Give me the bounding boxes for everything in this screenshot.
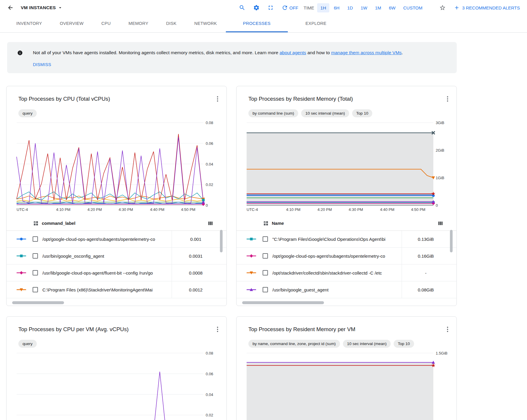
table-row[interactable]: /usr/bin/google_guest_agent 0.08GiB <box>237 281 456 298</box>
table-row[interactable]: C:\Program Files (x86)\Stackdriver\Monit… <box>7 281 226 298</box>
fullscreen-icon[interactable] <box>267 4 274 11</box>
y-axis-labels: 1.5GiB <box>433 351 456 420</box>
table-header-row: Name <box>237 216 456 231</box>
series-marker-icon <box>17 237 26 241</box>
table-row[interactable]: /opt/google-cloud-ops-agent/subagents/op… <box>7 231 226 248</box>
more-options-icon[interactable] <box>445 95 451 104</box>
process-value: 0.0008 <box>172 264 220 281</box>
row-checkbox[interactable] <box>33 253 38 259</box>
filter-chip[interactable]: 10 sec interval (mean) <box>301 109 349 117</box>
chip-row: by name, command line, zone, project id … <box>248 340 456 348</box>
info-icon <box>17 50 23 67</box>
memory-total-line-chart[interactable] <box>247 120 433 205</box>
select-columns-icon[interactable] <box>33 221 38 226</box>
auto-refresh-off-label[interactable]: OFF <box>289 5 298 10</box>
series-marker-icon <box>247 237 256 241</box>
row-checkbox[interactable] <box>263 253 268 259</box>
filter-chip[interactable]: Top 10 <box>394 340 414 348</box>
row-checkbox[interactable] <box>263 270 268 275</box>
more-options-icon[interactable] <box>215 326 221 334</box>
chevron-down-icon <box>58 5 63 10</box>
banner-text-middle: and how to <box>307 50 330 55</box>
tab[interactable]: INVENTORY <box>7 15 51 32</box>
filter-chip[interactable]: query <box>18 340 37 348</box>
settings-gear-icon[interactable] <box>253 4 260 11</box>
tab[interactable]: PROCESSES <box>226 15 288 32</box>
manage-columns-icon[interactable] <box>208 221 213 226</box>
process-table: Name "C:\Program Files\Google\Cloud Oper… <box>237 216 456 304</box>
table-header-label: Name <box>272 221 284 226</box>
auto-refresh-icon[interactable] <box>282 4 288 11</box>
series-marker-icon <box>17 287 26 292</box>
filter-chip[interactable]: by name, command line, zone, project id … <box>248 340 340 348</box>
manage-columns-icon[interactable] <box>438 221 443 226</box>
manage-vms-link[interactable]: manage them across multiple VMs <box>331 50 402 55</box>
y-axis-labels: 3GiB2GiB1GiB0 <box>433 120 456 205</box>
search-icon[interactable] <box>239 4 245 11</box>
tab[interactable]: MEMORY <box>120 15 157 32</box>
chip-row: query <box>18 340 226 348</box>
row-checkbox[interactable] <box>263 287 268 292</box>
cpu-per-vm-line-chart[interactable] <box>17 351 203 420</box>
row-checkbox[interactable] <box>33 270 38 275</box>
select-columns-icon[interactable] <box>264 221 268 226</box>
more-options-icon[interactable] <box>445 326 451 334</box>
table-row[interactable]: "C:\Program Files\Google\Cloud Operation… <box>237 231 456 248</box>
series-marker-icon <box>247 287 256 292</box>
table-row[interactable]: /usr/lib/google-cloud-ops-agent/fluent-b… <box>7 264 226 281</box>
about-agents-link[interactable]: about agents <box>280 50 306 55</box>
process-value: 0.0012 <box>172 281 220 298</box>
top-app-bar: VM INSTANCES OFF TIME 1H6H1D1W1M6WCUSTOM… <box>0 0 527 15</box>
vm-instances-dropdown[interactable]: VM INSTANCES <box>21 5 63 10</box>
filter-chip[interactable]: query <box>18 109 37 117</box>
horizontal-scrollbar[interactable] <box>12 301 64 304</box>
banner-message: Not all of your VMs have agents installe… <box>33 49 403 56</box>
time-range-button[interactable]: 6H <box>330 3 343 12</box>
agents-info-banner: Not all of your VMs have agents installe… <box>7 42 457 73</box>
more-options-icon[interactable] <box>215 95 221 104</box>
card-top-processes-by-resident-memory-per-vm: Top Processes by Resident Memory per VM … <box>236 316 457 420</box>
time-range-button[interactable]: 1W <box>357 3 371 12</box>
filter-chip[interactable]: 10 sec interval (mean) <box>343 340 391 348</box>
cpu-total-line-chart[interactable] <box>17 120 203 205</box>
time-range-button[interactable]: 1M <box>372 3 384 12</box>
table-row[interactable]: /opt/google-cloud-ops-agent/subagents/op… <box>237 248 456 264</box>
time-label: TIME <box>304 5 314 10</box>
process-command: /opt/google-cloud-ops-agent/subagents/op… <box>42 231 172 247</box>
x-axis-labels: UTC-44:10 PM4:20 PM4:30 PM4:40 PM4:50 PM <box>247 205 433 212</box>
tab[interactable]: DISK <box>157 15 185 32</box>
recommended-alerts-button[interactable]: 3 RECOMMENDED ALERTS <box>454 5 520 11</box>
tab[interactable]: OVERVIEW <box>51 15 92 32</box>
filter-chip[interactable]: by command line (sum) <box>248 109 298 117</box>
row-checkbox[interactable] <box>33 287 38 292</box>
star-outline-icon[interactable] <box>439 4 446 11</box>
vertical-scrollbar[interactable] <box>220 230 223 252</box>
time-range-button[interactable]: 1H <box>317 3 329 12</box>
time-range-button[interactable]: 1D <box>344 3 356 12</box>
process-command: /opt/google-cloud-ops-agent/subagents/op… <box>272 248 402 264</box>
memory-per-vm-line-chart[interactable] <box>247 351 433 420</box>
card-title: Top Processes by CPU (Total vCPUs) <box>18 95 215 103</box>
series-marker-icon <box>247 254 256 258</box>
table-row[interactable]: /usr/bin/google_osconfig_agent 0.0031 <box>7 248 226 264</box>
page-title-text: VM INSTANCES <box>21 5 56 10</box>
tab[interactable]: CPU <box>92 15 120 32</box>
vertical-scrollbar[interactable] <box>450 230 453 252</box>
back-arrow-icon[interactable] <box>7 4 14 11</box>
process-value: 0.13GiB <box>402 231 450 247</box>
process-value: 0.001 <box>172 231 220 247</box>
table-row[interactable]: /opt/stackdriver/collectd/sbin/stackdriv… <box>237 264 456 281</box>
x-axis-labels: UTC-44:10 PM4:20 PM4:30 PM4:40 PM4:50 PM <box>17 205 203 212</box>
chip-row: by command line (sum)10 sec interval (me… <box>248 109 456 117</box>
time-range-button[interactable]: 6W <box>386 3 399 12</box>
time-range-button[interactable]: CUSTOM <box>400 3 426 12</box>
process-value: 0.08GiB <box>402 281 450 298</box>
process-command: /opt/stackdriver/collectd/sbin/stackdriv… <box>272 264 402 281</box>
filter-chip[interactable]: Top 10 <box>352 109 373 117</box>
dismiss-button[interactable]: DISMISS <box>33 62 51 67</box>
row-checkbox[interactable] <box>263 236 268 242</box>
horizontal-scrollbar[interactable] <box>242 301 324 304</box>
row-checkbox[interactable] <box>33 236 38 242</box>
tab[interactable]: NETWORK <box>185 15 226 32</box>
tab[interactable]: EXPLORE <box>297 15 336 32</box>
